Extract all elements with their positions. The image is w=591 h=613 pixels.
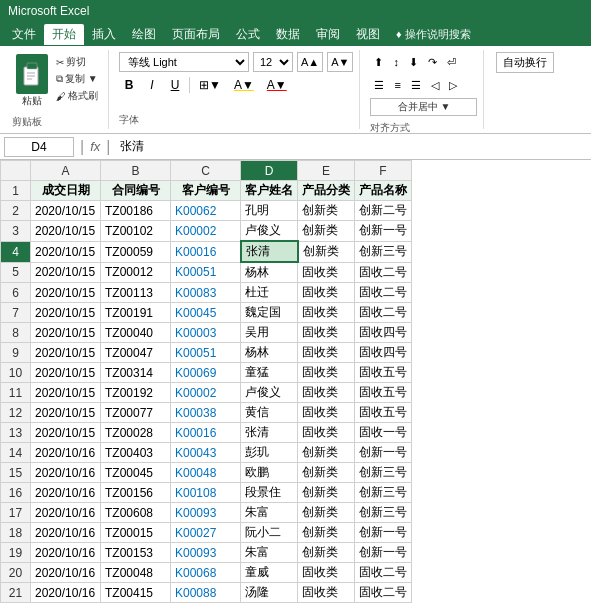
table-cell-r9c1[interactable]: TZ00047 xyxy=(101,343,171,363)
font-decrease-button[interactable]: A▼ xyxy=(327,52,353,72)
table-cell-r11c2[interactable]: K00002 xyxy=(171,383,241,403)
table-cell-r15c0[interactable]: 2020/10/16 xyxy=(31,463,101,483)
table-cell-r14c1[interactable]: TZ00403 xyxy=(101,443,171,463)
table-cell-r4c4[interactable]: 创新类 xyxy=(298,241,355,262)
align-left-button[interactable]: ☰ xyxy=(370,75,388,95)
col-header-B[interactable]: B xyxy=(101,161,171,181)
menu-item-file[interactable]: 文件 xyxy=(4,24,44,45)
table-cell-r17c1[interactable]: TZ00608 xyxy=(101,503,171,523)
wrap-text-button[interactable]: ⏎ xyxy=(443,52,460,72)
col-header-A[interactable]: A xyxy=(31,161,101,181)
table-cell-r6c2[interactable]: K00083 xyxy=(171,283,241,303)
table-cell-r12c4[interactable]: 固收类 xyxy=(298,403,355,423)
spreadsheet[interactable]: A B C D E F 1成交日期合同编号客户编号客户姓名产品分类产品名称220… xyxy=(0,160,591,613)
header-cell-1[interactable]: 合同编号 xyxy=(101,181,171,201)
cell-reference-input[interactable]: D4 xyxy=(4,137,74,157)
table-cell-r19c3[interactable]: 朱富 xyxy=(241,543,298,563)
table-cell-r7c0[interactable]: 2020/10/15 xyxy=(31,303,101,323)
font-name-select[interactable]: 等线 Light xyxy=(119,52,249,72)
menu-item-layout[interactable]: 页面布局 xyxy=(164,24,228,45)
table-cell-r3c2[interactable]: K00002 xyxy=(171,221,241,242)
align-bottom-button[interactable]: ⬇ xyxy=(405,52,422,72)
table-cell-r17c3[interactable]: 朱富 xyxy=(241,503,298,523)
fill-color-button[interactable]: A▼ xyxy=(229,75,259,95)
table-cell-r11c4[interactable]: 固收类 xyxy=(298,383,355,403)
table-cell-r20c0[interactable]: 2020/10/16 xyxy=(31,563,101,583)
table-cell-r10c5[interactable]: 固收五号 xyxy=(355,363,412,383)
format-painter-button[interactable]: 🖌 格式刷 xyxy=(54,88,100,104)
table-cell-r2c4[interactable]: 创新类 xyxy=(298,201,355,221)
table-cell-r11c5[interactable]: 固收五号 xyxy=(355,383,412,403)
header-cell-2[interactable]: 客户编号 xyxy=(171,181,241,201)
table-cell-r19c0[interactable]: 2020/10/16 xyxy=(31,543,101,563)
table-cell-r12c2[interactable]: K00038 xyxy=(171,403,241,423)
table-cell-r9c2[interactable]: K00051 xyxy=(171,343,241,363)
align-center-button[interactable]: ≡ xyxy=(390,75,404,95)
table-cell-r16c0[interactable]: 2020/10/16 xyxy=(31,483,101,503)
header-cell-0[interactable]: 成交日期 xyxy=(31,181,101,201)
menu-item-formula[interactable]: 公式 xyxy=(228,24,268,45)
table-cell-r3c5[interactable]: 创新一号 xyxy=(355,221,412,242)
table-cell-r16c3[interactable]: 段景住 xyxy=(241,483,298,503)
table-cell-r9c3[interactable]: 杨林 xyxy=(241,343,298,363)
table-cell-r18c0[interactable]: 2020/10/16 xyxy=(31,523,101,543)
table-cell-r8c5[interactable]: 固收四号 xyxy=(355,323,412,343)
table-cell-r14c0[interactable]: 2020/10/16 xyxy=(31,443,101,463)
table-cell-r13c5[interactable]: 固收一号 xyxy=(355,423,412,443)
table-cell-r19c2[interactable]: K00093 xyxy=(171,543,241,563)
table-cell-r21c1[interactable]: TZ00415 xyxy=(101,583,171,603)
table-cell-r16c1[interactable]: TZ00156 xyxy=(101,483,171,503)
formula-input[interactable] xyxy=(116,138,587,156)
table-cell-r5c3[interactable]: 杨林 xyxy=(241,262,298,283)
table-cell-r18c3[interactable]: 阮小二 xyxy=(241,523,298,543)
table-cell-r5c0[interactable]: 2020/10/15 xyxy=(31,262,101,283)
table-cell-r6c0[interactable]: 2020/10/15 xyxy=(31,283,101,303)
table-cell-r21c5[interactable]: 固收二号 xyxy=(355,583,412,603)
table-cell-r21c0[interactable]: 2020/10/16 xyxy=(31,583,101,603)
table-cell-r10c2[interactable]: K00069 xyxy=(171,363,241,383)
paste-button[interactable]: 粘贴 xyxy=(12,52,52,110)
table-cell-r2c5[interactable]: 创新二号 xyxy=(355,201,412,221)
italic-button[interactable]: I xyxy=(142,75,162,95)
header-cell-5[interactable]: 产品名称 xyxy=(355,181,412,201)
table-cell-r3c4[interactable]: 创新类 xyxy=(298,221,355,242)
menu-item-draw[interactable]: 绘图 xyxy=(124,24,164,45)
table-cell-r5c2[interactable]: K00051 xyxy=(171,262,241,283)
table-cell-r9c4[interactable]: 固收类 xyxy=(298,343,355,363)
table-cell-r2c1[interactable]: TZ00186 xyxy=(101,201,171,221)
border-button[interactable]: ⊞▼ xyxy=(194,75,226,95)
table-cell-r17c0[interactable]: 2020/10/16 xyxy=(31,503,101,523)
menu-item-home[interactable]: 开始 xyxy=(44,24,84,45)
table-cell-r13c0[interactable]: 2020/10/15 xyxy=(31,423,101,443)
table-cell-r4c3[interactable]: 张清 xyxy=(241,241,298,262)
table-cell-r16c2[interactable]: K00108 xyxy=(171,483,241,503)
col-header-E[interactable]: E xyxy=(298,161,355,181)
table-cell-r13c3[interactable]: 张清 xyxy=(241,423,298,443)
table-cell-r12c3[interactable]: 黄信 xyxy=(241,403,298,423)
table-cell-r21c3[interactable]: 汤隆 xyxy=(241,583,298,603)
table-cell-r21c4[interactable]: 固收类 xyxy=(298,583,355,603)
menu-item-data[interactable]: 数据 xyxy=(268,24,308,45)
table-cell-r17c2[interactable]: K00093 xyxy=(171,503,241,523)
table-cell-r7c5[interactable]: 固收二号 xyxy=(355,303,412,323)
table-cell-r20c3[interactable]: 童威 xyxy=(241,563,298,583)
table-cell-r11c0[interactable]: 2020/10/15 xyxy=(31,383,101,403)
table-cell-r13c4[interactable]: 固收类 xyxy=(298,423,355,443)
table-cell-r15c5[interactable]: 创新三号 xyxy=(355,463,412,483)
align-top-button[interactable]: ⬆ xyxy=(370,52,387,72)
table-cell-r8c4[interactable]: 固收类 xyxy=(298,323,355,343)
table-cell-r19c1[interactable]: TZ00153 xyxy=(101,543,171,563)
font-size-select[interactable]: 12 xyxy=(253,52,293,72)
table-cell-r11c1[interactable]: TZ00192 xyxy=(101,383,171,403)
table-cell-r3c1[interactable]: TZ00102 xyxy=(101,221,171,242)
table-cell-r2c3[interactable]: 孔明 xyxy=(241,201,298,221)
table-cell-r5c5[interactable]: 固收二号 xyxy=(355,262,412,283)
table-cell-r4c0[interactable]: 2020/10/15 xyxy=(31,241,101,262)
table-cell-r18c1[interactable]: TZ00015 xyxy=(101,523,171,543)
table-cell-r17c4[interactable]: 创新类 xyxy=(298,503,355,523)
table-cell-r4c2[interactable]: K00016 xyxy=(171,241,241,262)
table-cell-r19c4[interactable]: 创新类 xyxy=(298,543,355,563)
col-header-C[interactable]: C xyxy=(171,161,241,181)
table-cell-r18c4[interactable]: 创新类 xyxy=(298,523,355,543)
table-cell-r15c1[interactable]: TZ00045 xyxy=(101,463,171,483)
